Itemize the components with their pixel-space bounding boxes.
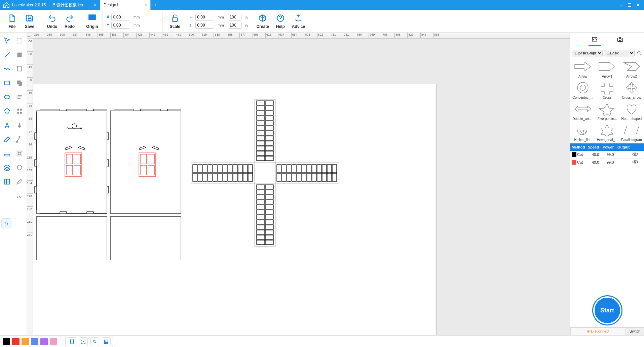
- mirror-tool[interactable]: [14, 119, 26, 132]
- shape-arrow2[interactable]: Arrow2: [620, 58, 643, 79]
- shape-star6[interactable]: Hexagonal_...: [595, 122, 619, 142]
- svg-rect-28: [5, 223, 8, 225]
- help-icon: [276, 13, 285, 23]
- search-icon[interactable]: [636, 50, 643, 56]
- union-tool[interactable]: [14, 76, 26, 90]
- scale-button[interactable]: Scale: [167, 12, 183, 30]
- disconnect-button[interactable]: ⊗ Disconnect: [570, 328, 626, 335]
- width-pct-input[interactable]: [228, 14, 241, 20]
- layers-tool[interactable]: [1, 161, 13, 174]
- visibility-eye-icon[interactable]: [632, 160, 640, 165]
- visibility-eye-icon[interactable]: [632, 152, 640, 157]
- color-swatch[interactable]: [12, 338, 20, 345]
- create-button[interactable]: Create: [254, 12, 271, 30]
- width-input[interactable]: [195, 14, 214, 20]
- save-button[interactable]: Save: [22, 12, 38, 30]
- shape-label: Double_arrow: [572, 117, 593, 121]
- origin-button[interactable]: Origin: [84, 12, 100, 30]
- svg-rect-103: [198, 165, 202, 173]
- file-tab-active[interactable]: Design1 ×: [100, 0, 151, 10]
- height-pct-input[interactable]: [228, 22, 241, 29]
- unit-label: mm: [218, 23, 224, 27]
- y-input[interactable]: [111, 22, 130, 29]
- svg-rect-35: [110, 111, 181, 213]
- svg-rect-137: [332, 165, 337, 173]
- color-swatch[interactable]: [40, 338, 48, 345]
- outline-tool[interactable]: [14, 161, 26, 174]
- tab-close-icon[interactable]: ×: [141, 2, 147, 8]
- x-input[interactable]: [111, 14, 130, 20]
- bezier-edit-tool[interactable]: [14, 133, 26, 146]
- curve-tool[interactable]: [1, 62, 13, 76]
- magnet-tool[interactable]: [90, 337, 99, 346]
- home-icon[interactable]: [3, 1, 10, 9]
- inset-tool[interactable]: [14, 147, 26, 160]
- tab-add-button[interactable]: +: [151, 2, 161, 8]
- shape-spiral[interactable]: Helical_line: [571, 122, 595, 142]
- shape-cross_arrow[interactable]: Cross_arrow: [620, 80, 643, 100]
- pen-path-tool[interactable]: [14, 175, 26, 188]
- height-icon: ↕: [189, 23, 193, 28]
- start-button[interactable]: Start: [593, 296, 621, 324]
- shape-cross[interactable]: Cross: [595, 80, 619, 100]
- table-tool[interactable]: [1, 175, 13, 188]
- fill-tool[interactable]: [14, 48, 26, 61]
- design-canvas[interactable]: [33, 39, 570, 335]
- height-input[interactable]: [195, 22, 214, 29]
- file-button[interactable]: File: [4, 12, 20, 30]
- redo-button[interactable]: Redo: [62, 12, 78, 30]
- camera-tab[interactable]: [614, 35, 626, 46]
- ruler-tick: 173: [27, 193, 33, 206]
- tab-close-icon[interactable]: ×: [90, 2, 97, 8]
- library-tab[interactable]: [589, 35, 601, 46]
- layer-row[interactable]: Cut40.099.0: [570, 159, 644, 166]
- select-tool[interactable]: [1, 34, 13, 47]
- design-drawing: [33, 39, 437, 260]
- subcategory-select[interactable]: 1.Basic: [604, 50, 635, 56]
- window-minimize-icon[interactable]: ─: [620, 2, 623, 8]
- shape-concentric[interactable]: Concentric_...: [571, 80, 595, 100]
- category-select[interactable]: 1.BasicGraph: [572, 50, 603, 56]
- mask-tool[interactable]: [14, 34, 26, 47]
- color-swatch[interactable]: [31, 338, 38, 345]
- svg-rect-89: [265, 210, 273, 214]
- rect-tool[interactable]: [1, 76, 13, 90]
- bounding-box-tool[interactable]: [68, 337, 76, 346]
- shape-star5[interactable]: Five-pointe...: [595, 101, 619, 121]
- color-swatch[interactable]: [50, 338, 57, 345]
- polygon-tool[interactable]: [1, 104, 13, 118]
- align-tool[interactable]: [14, 90, 26, 104]
- eraser-tool[interactable]: [1, 133, 13, 146]
- color-swatch[interactable]: [3, 338, 10, 345]
- ellipse-tool[interactable]: [1, 90, 13, 104]
- stitch-tool[interactable]: [14, 189, 26, 203]
- array-tool[interactable]: [14, 104, 26, 118]
- shape-double_arrow[interactable]: Double_arrow: [571, 101, 595, 121]
- text-tool[interactable]: [1, 119, 13, 132]
- transform-tool[interactable]: [14, 62, 26, 76]
- svg-rect-45: [139, 153, 156, 176]
- ruler-tick: 154: [27, 180, 33, 193]
- file-tab-inactive[interactable]: 5.设计图模板.lcp ×: [50, 0, 100, 10]
- shape-parallelogram[interactable]: Parallelogram: [620, 122, 643, 142]
- shape-heart[interactable]: Heart-shaped: [620, 101, 643, 121]
- shape-arrow1[interactable]: Arrow1: [595, 58, 619, 79]
- svg-rect-1: [89, 15, 91, 17]
- shape-arrow[interactable]: Arrow: [571, 58, 595, 79]
- help-button[interactable]: Help: [272, 12, 289, 30]
- window-maximize-icon[interactable]: [628, 2, 631, 8]
- line-tool[interactable]: [1, 48, 13, 61]
- shape-label: Arrow2: [626, 75, 637, 78]
- coordinate-inputs: X mm Y mm: [107, 14, 160, 29]
- layer-row[interactable]: Cut40.099.0: [570, 151, 644, 159]
- lock-button[interactable]: [1, 218, 11, 228]
- advice-button[interactable]: Advice: [290, 12, 307, 30]
- spiral-icon: [573, 123, 593, 137]
- color-swatch[interactable]: [22, 338, 29, 345]
- ruler-tool[interactable]: [1, 147, 13, 160]
- window-close-icon[interactable]: ✕: [636, 2, 640, 8]
- scan-tool[interactable]: [79, 337, 88, 346]
- undo-button[interactable]: Undo: [44, 12, 60, 30]
- grid-toggle-tool[interactable]: [102, 337, 111, 346]
- switch-button[interactable]: Switch: [626, 328, 644, 335]
